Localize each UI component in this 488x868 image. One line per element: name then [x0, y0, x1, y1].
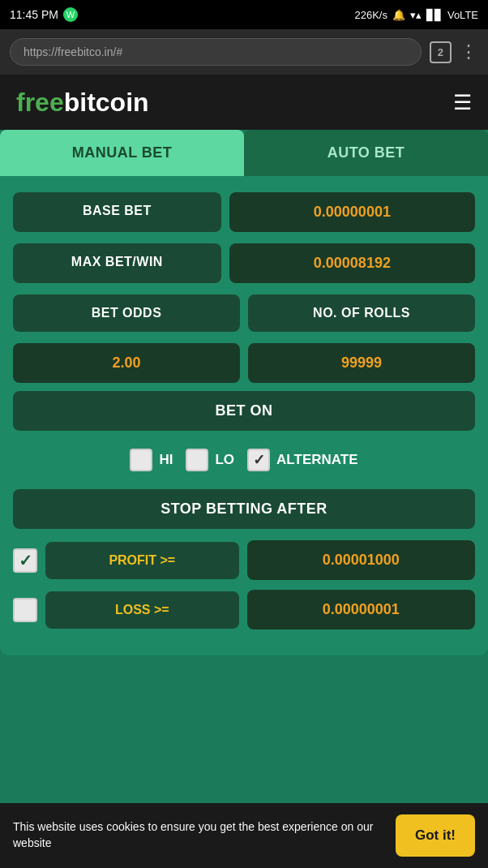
bet-odds-label: BET ODDS	[13, 294, 240, 332]
profit-checkbox[interactable]	[13, 548, 37, 573]
no-of-rolls-value[interactable]: 99999	[248, 343, 475, 383]
odds-rolls-value-row: 2.00 99999	[13, 343, 475, 383]
main-content: MANUAL BET AUTO BET BASE BET 0.00000001 …	[0, 130, 488, 836]
loss-value[interactable]: 0.00000001	[247, 590, 475, 630]
lo-checkbox[interactable]	[186, 449, 208, 471]
loss-row: LOSS >= 0.00000001	[13, 590, 475, 630]
bet-option-lo: LO	[186, 449, 234, 471]
bet-on-options: HI LO ALTERNATE	[13, 442, 475, 478]
profit-label: PROFIT >=	[45, 542, 239, 579]
hi-checkbox[interactable]	[130, 449, 152, 471]
bell-icon: 🔔	[392, 9, 405, 21]
max-bet-value[interactable]: 0.00008192	[229, 243, 475, 283]
max-bet-row: MAX BET/WIN 0.00008192	[13, 243, 475, 283]
alternate-label: ALTERNATE	[276, 452, 357, 468]
wifi-icon: ▾▴	[410, 9, 422, 21]
bet-option-hi: HI	[130, 449, 173, 471]
bet-tabs: MANUAL BET AUTO BET	[0, 130, 488, 176]
url-bar[interactable]: https://freebitco.in/#	[10, 38, 422, 66]
bet-odds-col: BET ODDS	[13, 294, 240, 338]
signal-icon: ▊▊	[426, 9, 443, 21]
site-header: freebitcoin ☰	[0, 75, 488, 130]
bet-odds-value-col: 2.00	[13, 343, 240, 383]
cookie-banner: This website uses cookies to ensure you …	[0, 803, 488, 868]
tab-auto-bet[interactable]: AUTO BET	[244, 130, 488, 176]
bet-on-header: BET ON	[13, 391, 475, 431]
alternate-checkbox[interactable]	[247, 449, 270, 471]
profit-value[interactable]: 0.00001000	[247, 540, 475, 580]
loss-checkbox[interactable]	[13, 598, 37, 622]
volte-label: VoLTE	[447, 9, 478, 21]
site-logo: freebitcoin	[16, 88, 149, 118]
whatsapp-icon: W	[63, 7, 78, 22]
lo-label: LO	[215, 452, 234, 468]
base-bet-row: BASE BET 0.00000001	[13, 192, 475, 232]
status-right: 226K/s 🔔 ▾▴ ▊▊ VoLTE	[354, 9, 478, 21]
logo-free: free	[16, 88, 64, 117]
bet-odds-value[interactable]: 2.00	[13, 343, 240, 383]
base-bet-label: BASE BET	[13, 192, 221, 232]
hamburger-menu-button[interactable]: ☰	[453, 92, 472, 113]
bet-form: BASE BET 0.00000001 MAX BET/WIN 0.000081…	[0, 176, 488, 655]
no-of-rolls-value-col: 99999	[248, 343, 475, 383]
max-bet-label: MAX BET/WIN	[13, 243, 221, 283]
browser-bar: https://freebitco.in/# 2 ⋮	[0, 29, 488, 75]
status-left: 11:45 PM W	[10, 7, 78, 22]
profit-row: PROFIT >= 0.00001000	[13, 540, 475, 580]
hi-label: HI	[159, 452, 173, 468]
status-time: 11:45 PM	[10, 8, 58, 21]
browser-menu-button[interactable]: ⋮	[460, 41, 478, 62]
tab-manual-bet[interactable]: MANUAL BET	[0, 130, 244, 176]
network-speed: 226K/s	[354, 9, 387, 21]
no-of-rolls-label: NO. OF ROLLS	[248, 294, 475, 332]
odds-rolls-label-row: BET ODDS NO. OF ROLLS	[13, 294, 475, 338]
cookie-text: This website uses cookies to ensure you …	[13, 819, 383, 851]
stop-betting-header: STOP BETTING AFTER	[13, 489, 475, 529]
logo-bitcoin: bitcoin	[64, 88, 149, 117]
loss-label: LOSS >=	[45, 591, 239, 629]
tab-count-button[interactable]: 2	[430, 41, 452, 63]
bet-option-alternate: ALTERNATE	[247, 449, 357, 471]
cookie-accept-button[interactable]: Got it!	[396, 814, 475, 857]
status-bar: 11:45 PM W 226K/s 🔔 ▾▴ ▊▊ VoLTE	[0, 0, 488, 29]
no-of-rolls-col: NO. OF ROLLS	[248, 294, 475, 338]
base-bet-value[interactable]: 0.00000001	[229, 192, 475, 232]
